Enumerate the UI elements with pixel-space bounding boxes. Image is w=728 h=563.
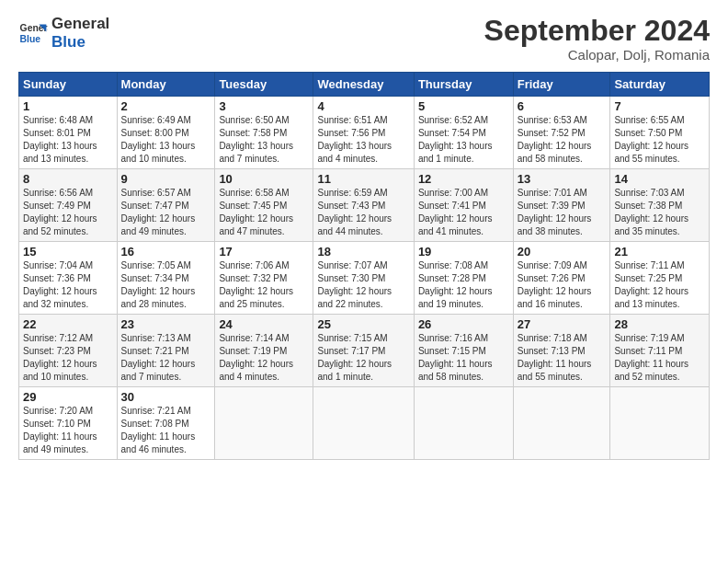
day-cell: 28Sunrise: 7:19 AM Sunset: 7:11 PM Dayli… [610, 315, 710, 387]
day-number: 7 [614, 99, 705, 113]
col-header-saturday: Saturday [610, 73, 710, 97]
logo-icon: General Blue [18, 18, 48, 48]
day-cell: 25Sunrise: 7:15 AM Sunset: 7:17 PM Dayli… [313, 315, 414, 387]
day-number: 20 [518, 245, 607, 259]
day-cell: 24Sunrise: 7:14 AM Sunset: 7:19 PM Dayli… [215, 315, 313, 387]
week-row-4: 22Sunrise: 7:12 AM Sunset: 7:23 PM Dayli… [19, 315, 710, 387]
col-header-tuesday: Tuesday [215, 73, 313, 97]
day-number: 24 [219, 317, 309, 331]
day-info: Sunrise: 7:19 AM Sunset: 7:11 PM Dayligh… [614, 332, 705, 384]
day-cell: 9Sunrise: 6:57 AM Sunset: 7:47 PM Daylig… [117, 169, 215, 242]
day-cell: 2Sunrise: 6:49 AM Sunset: 8:00 PM Daylig… [117, 97, 215, 169]
day-info: Sunrise: 7:05 AM Sunset: 7:34 PM Dayligh… [121, 259, 211, 311]
day-info: Sunrise: 6:59 AM Sunset: 7:43 PM Dayligh… [317, 187, 409, 238]
title-block: September 2024 Calopar, Dolj, Romania [484, 15, 710, 63]
day-cell: 20Sunrise: 7:09 AM Sunset: 7:26 PM Dayli… [513, 242, 610, 315]
day-number: 22 [23, 317, 113, 331]
day-cell [215, 387, 313, 460]
week-row-3: 15Sunrise: 7:04 AM Sunset: 7:36 PM Dayli… [19, 242, 710, 315]
day-cell: 6Sunrise: 6:53 AM Sunset: 7:52 PM Daylig… [513, 97, 610, 169]
col-header-friday: Friday [513, 73, 610, 97]
month-title: September 2024 [484, 15, 710, 47]
day-info: Sunrise: 6:49 AM Sunset: 8:00 PM Dayligh… [121, 114, 211, 166]
day-info: Sunrise: 6:55 AM Sunset: 7:50 PM Dayligh… [614, 114, 705, 166]
day-cell: 7Sunrise: 6:55 AM Sunset: 7:50 PM Daylig… [610, 97, 710, 169]
week-row-1: 1Sunrise: 6:48 AM Sunset: 8:01 PM Daylig… [19, 97, 710, 169]
day-info: Sunrise: 6:56 AM Sunset: 7:49 PM Dayligh… [23, 187, 113, 238]
day-number: 2 [121, 99, 211, 113]
day-info: Sunrise: 7:04 AM Sunset: 7:36 PM Dayligh… [23, 259, 113, 311]
day-info: Sunrise: 7:01 AM Sunset: 7:39 PM Dayligh… [518, 187, 607, 238]
day-info: Sunrise: 7:08 AM Sunset: 7:28 PM Dayligh… [418, 259, 509, 311]
day-cell: 30Sunrise: 7:21 AM Sunset: 7:08 PM Dayli… [117, 387, 215, 460]
col-header-thursday: Thursday [414, 73, 513, 97]
day-number: 8 [23, 172, 113, 186]
day-cell: 22Sunrise: 7:12 AM Sunset: 7:23 PM Dayli… [19, 315, 118, 387]
day-cell: 19Sunrise: 7:08 AM Sunset: 7:28 PM Dayli… [414, 242, 513, 315]
calendar-page: General Blue General Blue September 2024… [0, 0, 728, 563]
day-number: 15 [23, 245, 113, 259]
day-cell: 14Sunrise: 7:03 AM Sunset: 7:38 PM Dayli… [610, 169, 710, 242]
day-number: 25 [317, 317, 409, 331]
day-number: 21 [614, 245, 705, 259]
day-cell: 8Sunrise: 6:56 AM Sunset: 7:49 PM Daylig… [19, 169, 118, 242]
day-cell: 4Sunrise: 6:51 AM Sunset: 7:56 PM Daylig… [313, 97, 414, 169]
week-row-5: 29Sunrise: 7:20 AM Sunset: 7:10 PM Dayli… [19, 387, 710, 460]
day-number: 5 [418, 99, 509, 113]
day-cell: 1Sunrise: 6:48 AM Sunset: 8:01 PM Daylig… [19, 97, 118, 169]
day-cell: 12Sunrise: 7:00 AM Sunset: 7:41 PM Dayli… [414, 169, 513, 242]
day-cell: 27Sunrise: 7:18 AM Sunset: 7:13 PM Dayli… [513, 315, 610, 387]
day-info: Sunrise: 6:51 AM Sunset: 7:56 PM Dayligh… [317, 114, 409, 166]
day-number: 14 [614, 172, 705, 186]
calendar-table: SundayMondayTuesdayWednesdayThursdayFrid… [18, 72, 710, 460]
logo-line1: General [51, 15, 109, 33]
day-info: Sunrise: 6:52 AM Sunset: 7:54 PM Dayligh… [418, 114, 509, 166]
day-number: 17 [219, 245, 309, 259]
day-info: Sunrise: 7:20 AM Sunset: 7:10 PM Dayligh… [23, 405, 113, 456]
col-header-wednesday: Wednesday [313, 73, 414, 97]
logo: General Blue General Blue [18, 15, 109, 52]
day-number: 13 [518, 172, 607, 186]
day-number: 26 [418, 317, 509, 331]
day-info: Sunrise: 7:13 AM Sunset: 7:21 PM Dayligh… [121, 332, 211, 384]
day-info: Sunrise: 6:53 AM Sunset: 7:52 PM Dayligh… [518, 114, 607, 166]
day-number: 23 [121, 317, 211, 331]
day-cell: 21Sunrise: 7:11 AM Sunset: 7:25 PM Dayli… [610, 242, 710, 315]
day-info: Sunrise: 7:12 AM Sunset: 7:23 PM Dayligh… [23, 332, 113, 384]
day-number: 18 [317, 245, 409, 259]
day-info: Sunrise: 6:57 AM Sunset: 7:47 PM Dayligh… [121, 187, 211, 238]
day-number: 11 [317, 172, 409, 186]
day-info: Sunrise: 7:21 AM Sunset: 7:08 PM Dayligh… [121, 405, 211, 456]
day-info: Sunrise: 7:16 AM Sunset: 7:15 PM Dayligh… [418, 332, 509, 384]
day-info: Sunrise: 7:06 AM Sunset: 7:32 PM Dayligh… [219, 259, 309, 311]
day-info: Sunrise: 7:03 AM Sunset: 7:38 PM Dayligh… [614, 187, 705, 238]
day-number: 19 [418, 245, 509, 259]
day-info: Sunrise: 7:07 AM Sunset: 7:30 PM Dayligh… [317, 259, 409, 311]
day-number: 28 [614, 317, 705, 331]
day-cell: 3Sunrise: 6:50 AM Sunset: 7:58 PM Daylig… [215, 97, 313, 169]
day-number: 29 [23, 390, 113, 404]
day-number: 1 [23, 99, 113, 113]
day-cell: 23Sunrise: 7:13 AM Sunset: 7:21 PM Dayli… [117, 315, 215, 387]
day-cell: 16Sunrise: 7:05 AM Sunset: 7:34 PM Dayli… [117, 242, 215, 315]
day-cell [513, 387, 610, 460]
week-row-2: 8Sunrise: 6:56 AM Sunset: 7:49 PM Daylig… [19, 169, 710, 242]
day-number: 27 [518, 317, 607, 331]
svg-text:Blue: Blue [20, 34, 41, 44]
day-number: 16 [121, 245, 211, 259]
day-number: 10 [219, 172, 309, 186]
day-info: Sunrise: 7:00 AM Sunset: 7:41 PM Dayligh… [418, 187, 509, 238]
day-cell: 10Sunrise: 6:58 AM Sunset: 7:45 PM Dayli… [215, 169, 313, 242]
day-number: 3 [219, 99, 309, 113]
day-info: Sunrise: 6:48 AM Sunset: 8:01 PM Dayligh… [23, 114, 113, 166]
day-cell: 26Sunrise: 7:16 AM Sunset: 7:15 PM Dayli… [414, 315, 513, 387]
day-number: 4 [317, 99, 409, 113]
day-info: Sunrise: 6:58 AM Sunset: 7:45 PM Dayligh… [219, 187, 309, 238]
day-cell: 29Sunrise: 7:20 AM Sunset: 7:10 PM Dayli… [19, 387, 118, 460]
day-number: 6 [518, 99, 607, 113]
day-cell: 5Sunrise: 6:52 AM Sunset: 7:54 PM Daylig… [414, 97, 513, 169]
day-number: 9 [121, 172, 211, 186]
day-cell: 17Sunrise: 7:06 AM Sunset: 7:32 PM Dayli… [215, 242, 313, 315]
day-cell: 13Sunrise: 7:01 AM Sunset: 7:39 PM Dayli… [513, 169, 610, 242]
logo-line2: Blue [51, 33, 109, 52]
